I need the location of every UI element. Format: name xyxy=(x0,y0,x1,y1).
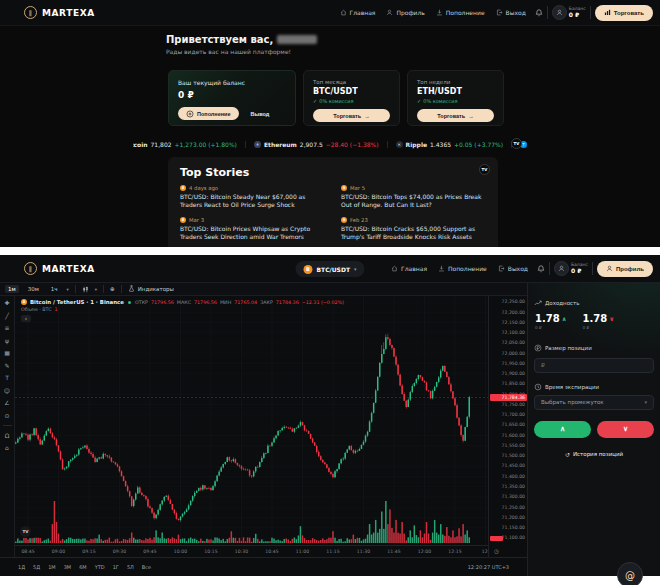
nav-item-deposit[interactable]: Пополнение xyxy=(436,9,485,16)
ticker-item-xrp[interactable]: ✕Ripple1.4365+0.05 (+3.77%) xyxy=(387,141,511,148)
story-meta: BMar 5 xyxy=(341,185,486,191)
compare-button[interactable]: ⊕ xyxy=(110,286,115,292)
range-button[interactable]: YTD xyxy=(95,564,105,570)
ohlc-label: МИН xyxy=(220,300,231,305)
nav-item-user[interactable]: Профиль xyxy=(386,9,424,16)
range-button[interactable]: 3М xyxy=(64,564,72,570)
price-tick: 71,900.00 xyxy=(489,371,525,376)
range-button[interactable]: 5Л xyxy=(127,564,134,570)
trade-button[interactable]: Торговать xyxy=(595,5,653,21)
crosshair-icon[interactable]: ✚ xyxy=(4,300,9,306)
story-item[interactable]: BMar 5BTC/USD: Bitcoin Tops $74,000 as P… xyxy=(341,185,486,210)
trendline-icon[interactable]: ╱ xyxy=(5,313,9,319)
clock-label[interactable]: 12:20:27 UTC+3 xyxy=(468,564,509,570)
position-size-input[interactable] xyxy=(534,358,654,373)
pair-selector[interactable]: B BTC/USDT ▾ xyxy=(295,261,364,277)
nav-item-home[interactable]: Главная xyxy=(391,265,427,272)
time-tick: 11:15 xyxy=(324,549,342,554)
nav-item-logout[interactable]: Выход xyxy=(496,9,526,16)
time-axis[interactable]: 08:4509:0009:1509:3009:4510:0010:1510:30… xyxy=(15,545,488,557)
pitchfork-icon[interactable]: ψ xyxy=(5,338,9,344)
home-tool-icon[interactable]: ⌂ xyxy=(5,445,9,451)
support-fab[interactable]: @ xyxy=(617,562,643,585)
channels-icon[interactable]: ≡ xyxy=(4,325,9,331)
price-tick: 71,200.00 xyxy=(489,515,525,520)
chevron-down-icon: ∨ xyxy=(609,315,614,322)
range-button[interactable]: 6М xyxy=(79,564,87,570)
interval-button[interactable]: 1м xyxy=(5,285,19,293)
range-button[interactable]: Все xyxy=(142,564,151,570)
promo-fee: ✓0% комиссия xyxy=(417,98,494,104)
btc-icon: B xyxy=(180,185,186,191)
withdraw-button[interactable]: Вывод xyxy=(251,111,270,117)
tradingview-watermark[interactable]: TV xyxy=(20,526,31,537)
volume-legend[interactable]: Объем · BTC1 xyxy=(21,307,58,312)
range-button[interactable]: 1Г xyxy=(113,564,119,570)
measure-icon[interactable]: ∠ xyxy=(4,400,9,406)
chart-style-button[interactable] xyxy=(82,286,89,293)
price-tick: 72,000.00 xyxy=(489,351,525,356)
interval-button[interactable]: 30м xyxy=(25,285,42,293)
range-button[interactable]: 1М xyxy=(48,564,56,570)
legend-collapse-button[interactable]: ∧ xyxy=(21,315,31,322)
promo-trade-button[interactable]: Торговать → xyxy=(313,109,390,122)
ohlc-label: ОТКР xyxy=(135,300,148,305)
tradingview-badge[interactable]: TV xyxy=(479,164,490,175)
arrow-right-icon: → xyxy=(364,113,370,119)
promo-cards: Топ месяцаBTC/USDT✓0% комиссияТорговать … xyxy=(303,70,504,126)
range-button[interactable]: 1Д xyxy=(18,564,25,570)
chart-pane[interactable]: BBitcoin / TetherUS · 1 · BinanceОТКР717… xyxy=(15,296,488,545)
story-item[interactable]: B4 days agoBTC/USD: Bitcoin Steady Near … xyxy=(180,185,325,210)
chevron-down-icon[interactable]: ▾ xyxy=(95,287,97,292)
buy-up-button[interactable]: ∧ xyxy=(534,421,591,438)
positions-history-link[interactable]: ↺ История позиций xyxy=(534,451,654,458)
indicators-button[interactable]: Индикаторы xyxy=(128,285,174,293)
nav-item-home[interactable]: Главная xyxy=(340,9,376,16)
text-icon[interactable]: T xyxy=(5,375,9,381)
timezone-clock-icon[interactable]: ◷ xyxy=(494,548,499,554)
bell-icon[interactable] xyxy=(535,9,543,17)
divider xyxy=(3,425,12,426)
trading-header: ∥ MARTEXA B BTC/USDT ▾ ГлавнаяПополнение… xyxy=(0,255,660,283)
story-item[interactable]: BFeb 23BTC/USD: Bitcoin Cracks $65,000 S… xyxy=(341,217,486,242)
chevron-down-icon[interactable]: ▾ xyxy=(67,287,69,292)
promo-trade-button[interactable]: Торговать → xyxy=(417,109,494,122)
welcome-title: Приветствуем вас, xyxy=(166,34,317,45)
volume-label: Объем · BTC xyxy=(21,307,52,312)
deposit-button[interactable]: Пополнение xyxy=(178,107,239,120)
emoji-icon[interactable]: ☺ xyxy=(4,388,10,394)
chart-legend[interactable]: BBitcoin / TetherUS · 1 · BinanceОТКР717… xyxy=(21,299,344,305)
nav-item-label: Выход xyxy=(508,265,528,272)
balance-value: 0 ₽ xyxy=(571,268,588,275)
bell-icon[interactable] xyxy=(537,265,545,273)
time-tick: 10:30 xyxy=(232,549,250,554)
nav-item-logout[interactable]: Выход xyxy=(498,265,528,272)
time-tick: 08:45 xyxy=(19,549,37,554)
divider xyxy=(549,262,550,275)
story-item[interactable]: BMar 3BTC/USD: Bitcoin Prices Whipsaw as… xyxy=(180,217,325,242)
buy-down-button[interactable]: ∨ xyxy=(597,421,654,438)
avatar[interactable] xyxy=(554,261,569,276)
nav-item-label: Главная xyxy=(350,9,376,16)
price-axis[interactable]: 72,250.0072,200.0072,150.0072,100.0072,0… xyxy=(488,296,527,557)
interval-button[interactable]: 1ч xyxy=(48,285,61,293)
magnet-icon[interactable]: Ω xyxy=(5,433,10,439)
avatar[interactable] xyxy=(552,5,567,20)
profile-button[interactable]: Профиль xyxy=(597,261,653,277)
expiry-select[interactable]: Выбрать промежуток ▾ xyxy=(534,395,654,410)
patterns-icon[interactable]: ▦ xyxy=(4,350,10,356)
brand[interactable]: ∥ MARTEXA xyxy=(24,6,95,19)
ohlc-label: МАКС xyxy=(177,300,191,305)
zoom-icon[interactable]: ⊙ xyxy=(4,413,9,419)
tradingview-badge[interactable]: TV xyxy=(511,138,522,149)
nav-item-deposit[interactable]: Пополнение xyxy=(438,265,487,272)
price-tick: 71,850.00 xyxy=(489,381,525,386)
ohlc-value: 71796.56 xyxy=(194,300,217,305)
ticker-change: +1,273.00 (+1.80%) xyxy=(175,141,237,148)
range-button[interactable]: 5Д xyxy=(33,564,40,570)
ticker-item-btc[interactable]: BBitcoin71,802+1,273.00 (+1.80%) xyxy=(133,141,245,148)
ticker-item-eth[interactable]: ♦Ethereum2,907.5−28.40 (−1.38%) xyxy=(245,141,387,148)
brand[interactable]: ∥ MARTEXA xyxy=(24,262,95,275)
brush-icon[interactable]: ✎ xyxy=(4,363,9,369)
home-icon xyxy=(340,9,347,16)
